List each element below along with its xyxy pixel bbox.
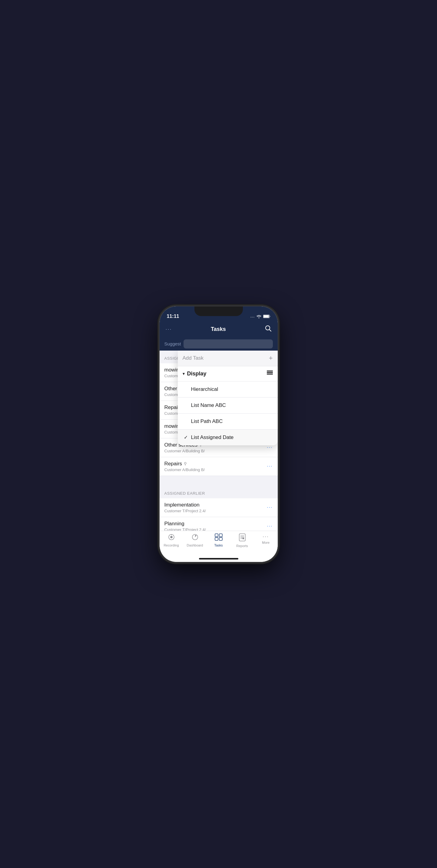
tab-reports[interactable]: Reports xyxy=(230,533,254,548)
svg-point-9 xyxy=(170,536,172,538)
option-label-list-name: List Name ABC xyxy=(191,402,272,408)
svg-rect-5 xyxy=(267,371,273,371)
more-icon: ··· xyxy=(262,533,269,540)
tab-reports-label: Reports xyxy=(236,544,248,548)
list-item[interactable]: Planning Customer T/Project 2.4/ ··· xyxy=(160,517,278,531)
phone-frame: 11:11 ···· xyxy=(160,306,278,562)
nav-bar: ··· Tasks xyxy=(160,321,278,337)
home-indicator xyxy=(160,556,278,562)
status-time: 11:11 xyxy=(167,314,179,319)
tasks-icon xyxy=(215,533,223,542)
svg-rect-14 xyxy=(215,537,218,540)
display-label: Display xyxy=(187,371,207,377)
tab-more[interactable]: ··· More xyxy=(254,533,278,545)
option-label-hierarchical: Hierarchical xyxy=(191,386,272,392)
status-icons: ···· xyxy=(250,315,270,319)
tab-tasks-label: Tasks xyxy=(214,544,223,547)
section-spacer xyxy=(160,476,278,486)
option-check-assigned-date: ✓ xyxy=(184,434,191,440)
svg-rect-16 xyxy=(239,534,245,541)
svg-rect-20 xyxy=(243,538,244,539)
location-icon: ⚲ xyxy=(184,461,187,466)
tab-dashboard-label: Dashboard xyxy=(187,544,203,547)
task-more-icon[interactable]: ··· xyxy=(263,445,273,450)
signal-icon: ···· xyxy=(250,315,254,319)
add-task-plus-icon[interactable]: + xyxy=(269,354,273,362)
svg-line-4 xyxy=(269,330,271,331)
nav-dots-icon[interactable]: ··· xyxy=(166,326,172,333)
phone-screen: 11:11 ···· xyxy=(160,306,278,562)
option-list-name-abc[interactable]: List Name ABC xyxy=(178,398,278,413)
suggest-bar: Suggest xyxy=(160,337,278,350)
add-task-header[interactable]: Add Task + xyxy=(178,350,278,366)
svg-point-0 xyxy=(258,317,259,318)
reports-icon xyxy=(239,533,246,543)
task-name: Repairs ⚲ xyxy=(164,461,263,467)
svg-rect-15 xyxy=(219,537,222,540)
wifi-icon xyxy=(256,315,261,319)
battery-icon xyxy=(263,315,271,319)
add-task-label: Add Task xyxy=(183,355,204,361)
dashboard-icon xyxy=(191,533,199,542)
dropdown-menu: Add Task + ▾ Display xyxy=(178,350,278,445)
tab-recording[interactable]: Recording xyxy=(160,533,183,547)
svg-rect-6 xyxy=(267,372,273,373)
tab-dashboard[interactable]: Dashboard xyxy=(183,533,207,547)
tab-recording-label: Recording xyxy=(163,544,179,547)
tab-bar: Recording Dashboard xyxy=(160,531,278,556)
option-list-path-abc[interactable]: List Path ABC xyxy=(178,413,278,430)
option-label-list-path: List Path ABC xyxy=(191,418,272,425)
task-name: Implementation xyxy=(164,502,263,508)
suggest-label: Suggest xyxy=(164,341,181,346)
svg-rect-12 xyxy=(215,534,218,537)
task-path: Customer A/Building B/ xyxy=(164,449,263,453)
svg-rect-2 xyxy=(263,315,269,318)
suggest-field xyxy=(184,339,273,348)
task-more-icon[interactable]: ··· xyxy=(263,464,273,469)
option-hierarchical[interactable]: Hierarchical xyxy=(178,381,278,398)
scrollable-content: ASSIGNED TODAY mowing the l… ⚲ Customer … xyxy=(160,350,278,531)
task-name: Planning xyxy=(164,521,263,527)
svg-rect-13 xyxy=(219,534,222,537)
task-info: Implementation Customer T/Project 2.4/ xyxy=(164,502,263,513)
option-label-assigned-date: List Assigned Date xyxy=(191,434,272,440)
option-list-assigned-date[interactable]: ✓ List Assigned Date xyxy=(178,430,278,445)
search-icon[interactable] xyxy=(265,325,272,333)
recording-icon xyxy=(168,533,175,542)
list-item[interactable]: Implementation Customer T/Project 2.4/ ·… xyxy=(160,498,278,517)
task-info: Repairs ⚲ Customer A/Building B/ xyxy=(164,461,263,472)
svg-rect-7 xyxy=(267,374,273,374)
section-assigned-earlier: ASSIGNED EARLIER xyxy=(160,486,278,498)
task-info: Planning Customer T/Project 2.4/ xyxy=(164,521,263,531)
tab-tasks[interactable]: Tasks xyxy=(207,533,230,547)
page-title: Tasks xyxy=(172,326,265,333)
notch xyxy=(194,306,243,316)
task-path: Customer A/Building B/ xyxy=(164,467,263,472)
task-more-icon[interactable]: ··· xyxy=(263,524,273,529)
home-bar xyxy=(199,558,238,559)
list-item[interactable]: Repairs ⚲ Customer A/Building B/ ··· xyxy=(160,457,278,476)
task-path: Customer T/Project 2.4/ xyxy=(164,527,263,531)
chevron-down-icon: ▾ xyxy=(183,371,185,376)
task-more-icon[interactable]: ··· xyxy=(263,505,273,510)
tab-more-label: More xyxy=(262,541,270,545)
display-label-wrap: ▾ Display xyxy=(183,371,207,377)
task-path: Customer T/Project 2.4/ xyxy=(164,508,263,513)
section-earlier-title: ASSIGNED EARLIER xyxy=(164,491,205,496)
list-view-icon[interactable] xyxy=(267,371,273,377)
display-header[interactable]: ▾ Display xyxy=(178,366,278,381)
